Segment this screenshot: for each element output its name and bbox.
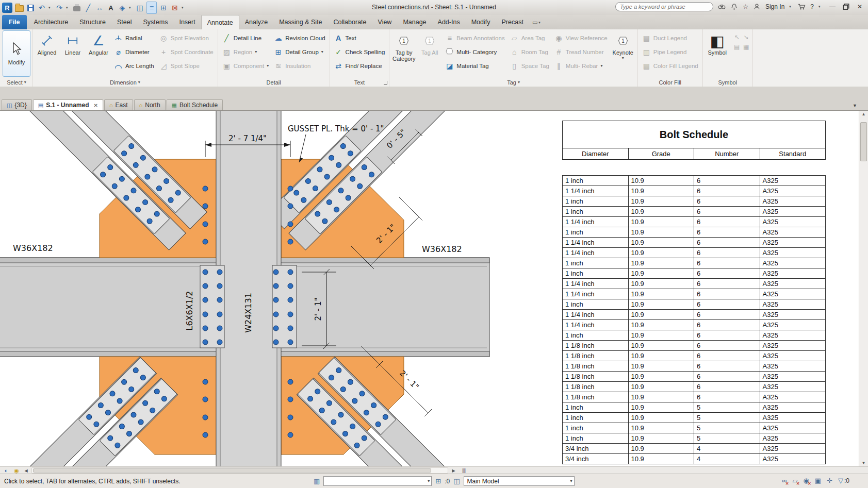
select-underlay-toggle[interactable]: ▱✕: [792, 477, 797, 484]
notifications-bell-icon[interactable]: [730, 3, 738, 10]
bolt-schedule[interactable]: Bolt Schedule Diameter Grade Number Stan…: [562, 121, 826, 464]
sign-in-caret-icon[interactable]: ▾: [789, 5, 793, 9]
search-input[interactable]: [615, 2, 713, 11]
help-icon[interactable]: ?: [810, 3, 814, 10]
tab-manage[interactable]: Manage: [397, 15, 432, 29]
panel-title-detail[interactable]: Detail: [220, 78, 328, 87]
ribbon-display-options[interactable]: ▭▾: [532, 19, 543, 29]
panel-title-dimension[interactable]: Dimension▾: [34, 78, 216, 87]
view-tab-bolt-schedule[interactable]: ▦ Bolt Schedule: [167, 99, 223, 110]
tab-file[interactable]: File: [2, 15, 27, 29]
text-note-qat-button[interactable]: A: [106, 2, 116, 13]
tab-steel[interactable]: Steel: [111, 15, 138, 29]
undo-button[interactable]: ↶: [37, 2, 46, 13]
linear-dimension-button[interactable]: Linear: [60, 30, 86, 56]
aligned-dimension-qat-button[interactable]: ↔: [95, 2, 104, 13]
diameter-dimension-button[interactable]: ⌀ Diameter: [111, 45, 157, 59]
material-tag-button[interactable]: ◪ Material Tag: [443, 59, 507, 73]
switch-windows-button[interactable]: ⊞: [159, 2, 168, 13]
aligned-dimension-button[interactable]: Aligned: [34, 30, 60, 56]
select-by-face-toggle[interactable]: ▣: [815, 477, 821, 484]
select-pinned-toggle[interactable]: ◉✕: [803, 477, 809, 484]
select-links-toggle[interactable]: ∞✕: [782, 477, 787, 484]
view-tab-overflow-button[interactable]: ▼: [853, 103, 857, 108]
customize-qat-caret-icon[interactable]: ▾: [182, 6, 186, 10]
scroll-right-icon[interactable]: ▶: [450, 468, 457, 473]
print-button[interactable]: [72, 2, 81, 13]
panel-title-text[interactable]: Text: [332, 78, 388, 87]
beam-label-right[interactable]: W36X182: [422, 244, 462, 254]
reveal-hidden-elements-icon[interactable]: ◉: [12, 467, 21, 474]
close-window-button[interactable]: ✕: [855, 3, 865, 10]
column-w24x131[interactable]: [216, 111, 281, 467]
web-angle-left[interactable]: [200, 265, 224, 348]
scroll-down-icon[interactable]: ▼: [859, 460, 868, 467]
radial-dimension-button[interactable]: Radial: [111, 31, 157, 45]
tab-precast[interactable]: Precast: [496, 15, 529, 29]
editing-requests-icon[interactable]: ⊞: [435, 477, 441, 485]
section-button[interactable]: ◫: [135, 2, 144, 13]
drag-on-selection-toggle[interactable]: ✛: [827, 477, 832, 484]
horizontal-scrollbar[interactable]: [31, 467, 448, 474]
angular-dimension-button[interactable]: ∠ Angular: [86, 30, 111, 56]
tab-insert[interactable]: Insert: [173, 15, 201, 29]
vertical-scrollbar[interactable]: ▲ ▼: [859, 111, 868, 467]
sign-in-button[interactable]: Sign In: [765, 3, 784, 10]
revision-cloud-button[interactable]: ☁ Revision Cloud: [271, 31, 327, 45]
tab-annotate[interactable]: Annotate: [201, 15, 239, 29]
tab-modify[interactable]: Modify: [466, 15, 496, 29]
tab-add-ins[interactable]: Add-Ins: [432, 15, 466, 29]
modify-button[interactable]: Modify: [3, 30, 30, 77]
find-replace-button[interactable]: ⇄ Find/ Replace: [332, 59, 388, 73]
panel-title-tag[interactable]: Tag▾: [391, 78, 635, 87]
close-view-icon[interactable]: ✕: [94, 103, 98, 108]
text-button[interactable]: A Text: [332, 31, 388, 45]
column-label[interactable]: W24X131: [243, 293, 253, 333]
tab-systems[interactable]: Systems: [137, 15, 173, 29]
detail-line-button[interactable]: ╱ Detail Line: [220, 31, 271, 45]
redo-dropdown-caret-icon[interactable]: ▾: [66, 6, 70, 10]
check-spelling-button[interactable]: ✓ Check Spelling: [332, 45, 388, 59]
save-button[interactable]: [26, 2, 35, 13]
scroll-left-icon[interactable]: ◀: [23, 468, 29, 473]
steel-connection-drawing[interactable]: 2' - 7 1/4" GUSSET PL. Thk = 0' - 1" 0' …: [0, 111, 490, 467]
selection-filter[interactable]: ▽ :0: [838, 477, 849, 484]
vertical-scroll-thumb[interactable]: [860, 122, 867, 161]
design-option-select[interactable]: Main Model ▾: [464, 476, 575, 486]
tab-collaborate[interactable]: Collaborate: [328, 15, 372, 29]
design-options-icon[interactable]: ◫: [453, 477, 460, 485]
keynote-button[interactable]: 1 Keynote ▾: [610, 30, 636, 60]
3d-view-dropdown-caret-icon[interactable]: ▾: [129, 6, 133, 10]
minimize-button[interactable]: —: [827, 3, 838, 10]
angle-label[interactable]: L6X6X1/2: [185, 291, 194, 331]
detail-group-button[interactable]: ⊞ Detail Group ▾: [271, 45, 327, 59]
account-person-icon[interactable]: [753, 3, 761, 10]
panel-title-select[interactable]: Select▾: [3, 78, 30, 87]
search-sites-icon[interactable]: [718, 3, 726, 10]
worksharing-display-icon[interactable]: ◐: [2, 467, 10, 474]
worksets-icon[interactable]: ▥: [314, 477, 320, 485]
close-hidden-windows-button[interactable]: ⊠: [170, 2, 179, 13]
active-workset-select[interactable]: ▾: [323, 476, 432, 486]
help-caret-icon[interactable]: ▾: [818, 5, 823, 9]
tab-view[interactable]: View: [372, 15, 398, 29]
view-tab-sheet-s1[interactable]: ▤ S.1 - Unnamed ✕: [33, 99, 103, 110]
default-3d-view-button[interactable]: ◈: [118, 2, 127, 13]
multi-category-tag-button[interactable]: Multi- Category: [443, 45, 507, 59]
tab-structure[interactable]: Structure: [74, 15, 111, 29]
view-tab-north[interactable]: ⌂ North: [134, 99, 166, 110]
open-button[interactable]: [14, 2, 24, 13]
thin-lines-toggle[interactable]: ≡: [146, 2, 157, 14]
symbol-button[interactable]: ◧ Symbol: [705, 30, 730, 56]
tab-architecture[interactable]: Architecture: [28, 15, 74, 29]
scrollbar-resize-grip[interactable]: ∥∥: [459, 468, 468, 473]
view-tab-3d[interactable]: ◫ {3D}: [2, 99, 32, 110]
scroll-up-icon[interactable]: ▲: [859, 111, 868, 118]
view-tab-east[interactable]: ⌂ East: [104, 99, 133, 110]
arc-length-dimension-button[interactable]: Arc Length: [111, 59, 157, 73]
text-dialog-launcher-icon[interactable]: [384, 81, 387, 85]
tag-by-category-button[interactable]: 1 Tag by Category: [391, 30, 417, 62]
beam-label-left[interactable]: W36X182: [13, 243, 53, 253]
drawing-area[interactable]: 2' - 7 1/4" GUSSET PL. Thk = 0' - 1" 0' …: [0, 110, 868, 467]
undo-dropdown-caret-icon[interactable]: ▾: [48, 6, 53, 10]
